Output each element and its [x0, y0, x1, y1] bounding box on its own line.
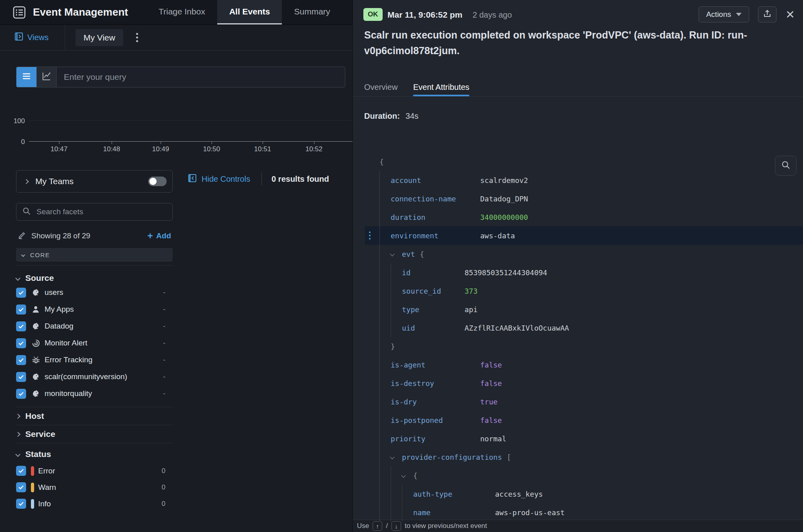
monitor-icon	[31, 338, 41, 348]
attribute-row[interactable]: auth-typeaccess_keys	[353, 485, 803, 503]
attribute-row[interactable]: connection-nameDatadog_DPN	[353, 189, 803, 208]
attribute-row[interactable]: provider-configurations[	[353, 448, 803, 466]
row-kebab-icon[interactable]	[369, 231, 371, 240]
facet-row[interactable]: Datadog-	[16, 318, 173, 335]
facet-label: Info	[38, 500, 162, 508]
json-key: connection-name	[391, 195, 480, 203]
tab-event-attributes[interactable]: Event Attributes	[413, 83, 469, 92]
top-header: Event Management Triage Inbox All Events…	[0, 0, 353, 25]
actions-button[interactable]: Actions	[699, 6, 749, 22]
chevron-down-icon	[21, 253, 25, 257]
host-facet-header[interactable]: Host	[16, 407, 173, 425]
attribute-row[interactable]: evt{	[353, 245, 803, 263]
chevron-right-icon[interactable]	[24, 179, 29, 184]
export-button[interactable]	[758, 6, 777, 22]
tab-summary[interactable]: Summary	[282, 0, 342, 24]
indent-guide	[379, 411, 391, 429]
checkbox-checked-icon[interactable]	[16, 499, 26, 509]
checkbox-checked-icon[interactable]	[16, 355, 26, 365]
facet-row[interactable]: scalr(communityversion)-	[16, 368, 173, 385]
x-tick-label: 10:48	[100, 145, 124, 153]
json-key: environment	[391, 231, 480, 240]
search-facets-input[interactable]	[36, 207, 167, 217]
attribute-row[interactable]: accountscalrdemov2	[353, 171, 803, 189]
tab-all-events[interactable]: All Events	[217, 0, 282, 24]
current-view-chip[interactable]: My View	[75, 29, 123, 46]
attribute-row[interactable]: id8539850351244304094	[353, 263, 803, 282]
facet-row[interactable]: Error0	[16, 463, 173, 479]
arrow-up-key[interactable]: ↑	[373, 521, 382, 531]
service-title: Service	[25, 429, 55, 439]
arrow-down-key[interactable]: ↓	[391, 521, 401, 531]
attribute-row[interactable]: typeapi	[353, 300, 803, 319]
chevron-down-icon[interactable]	[391, 455, 402, 459]
checkbox-checked-icon[interactable]	[16, 338, 26, 348]
json-key: duration	[391, 213, 480, 221]
event-timestamp: Mar 11, 9:06:52 pm	[387, 10, 463, 20]
indent-guide	[379, 189, 391, 208]
attribute-row[interactable]: source_id373	[353, 282, 803, 300]
attribute-row[interactable]: environmentaws-data	[353, 226, 803, 245]
attribute-row[interactable]: }	[353, 337, 803, 355]
facet-row[interactable]: users-	[16, 284, 173, 301]
chevron-right-icon	[15, 414, 20, 419]
checkbox-checked-icon[interactable]	[16, 305, 26, 315]
facet-count: -	[163, 356, 173, 364]
attribute-row[interactable]: is-drytrue	[353, 392, 803, 411]
timeseries-view-button[interactable]	[37, 67, 57, 87]
datadog-icon	[31, 288, 41, 297]
checkbox-checked-icon[interactable]	[16, 466, 26, 476]
attribute-row[interactable]: is-destroyfalse	[353, 374, 803, 392]
add-facet-button[interactable]: + Add	[147, 231, 171, 240]
checkbox-checked-icon[interactable]	[16, 321, 26, 331]
edit-facets-pencil-icon[interactable]	[18, 231, 26, 241]
view-options-kebab-icon[interactable]	[134, 30, 141, 45]
hide-controls-button[interactable]: Hide Controls	[188, 174, 250, 185]
indent-guide	[391, 466, 402, 485]
attribute-row[interactable]: {	[353, 466, 803, 485]
my-teams-filter[interactable]: My Teams	[16, 170, 173, 193]
hide-controls-icon	[188, 174, 197, 185]
core-label: CORE	[30, 252, 50, 258]
json-value: 8539850351244304094	[465, 268, 547, 277]
facet-row[interactable]: Monitor Alert-	[16, 335, 173, 351]
event-relative-time: 2 days ago	[473, 10, 512, 20]
checkbox-checked-icon[interactable]	[16, 389, 26, 399]
attribute-row[interactable]: duration34000000000	[353, 208, 803, 226]
facet-count: -	[163, 322, 173, 330]
query-input[interactable]	[57, 67, 345, 87]
source-facet-header[interactable]: Source	[16, 272, 173, 284]
checkbox-checked-icon[interactable]	[16, 482, 26, 492]
datadog-icon	[31, 321, 41, 331]
attribute-row[interactable]: nameaws-prod-us-east	[353, 503, 803, 522]
hide-controls-label: Hide Controls	[202, 175, 250, 184]
my-teams-toggle[interactable]	[148, 177, 167, 186]
facet-row[interactable]: monitorquality-	[16, 385, 173, 402]
attribute-row[interactable]: uidAZzflRIcAABxkIVloOcuawAA	[353, 319, 803, 337]
facet-row[interactable]: My Apps-	[16, 301, 173, 318]
service-facet-header[interactable]: Service	[16, 425, 173, 443]
json-value: false	[480, 379, 502, 388]
tab-overview[interactable]: Overview	[364, 83, 397, 92]
chevron-down-icon[interactable]	[402, 474, 413, 477]
facet-row[interactable]: Error Tracking-	[16, 351, 173, 368]
facet-count: -	[163, 288, 173, 296]
checkbox-checked-icon[interactable]	[16, 288, 26, 298]
divider	[16, 265, 173, 266]
attribute-row[interactable]: {	[353, 152, 803, 171]
views-button[interactable]: Views	[14, 32, 49, 43]
chevron-down-icon[interactable]	[391, 252, 402, 256]
facet-row[interactable]: Warn0	[16, 479, 173, 495]
tab-triage-inbox[interactable]: Triage Inbox	[147, 0, 217, 24]
actions-label: Actions	[706, 10, 731, 19]
footer-text: Use	[357, 522, 369, 530]
attribute-row[interactable]: is-agentfalse	[353, 355, 803, 374]
list-view-button[interactable]	[16, 67, 37, 87]
core-group-header[interactable]: CORE	[16, 248, 173, 262]
facet-row[interactable]: Info0	[16, 495, 173, 512]
close-panel-button[interactable]: ✕	[783, 7, 797, 22]
checkbox-checked-icon[interactable]	[16, 372, 26, 382]
status-facet-header[interactable]: Status	[16, 448, 173, 460]
attribute-row[interactable]: is-postponedfalse	[353, 411, 803, 429]
attribute-row[interactable]: prioritynormal	[353, 429, 803, 448]
